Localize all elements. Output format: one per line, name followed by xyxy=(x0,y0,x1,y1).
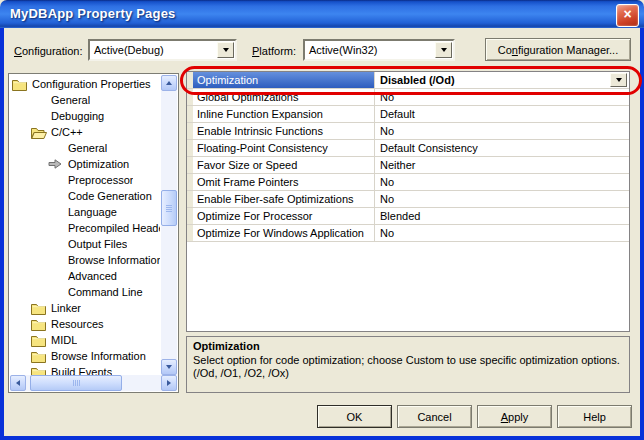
platform-combobox[interactable]: Active(Win32) xyxy=(303,39,455,61)
folder-closed-icon xyxy=(31,366,51,376)
property-value: No xyxy=(375,225,629,241)
property-name: Optimize For Processor xyxy=(193,208,375,224)
property-row-enable-fiber-safe-optimizations[interactable]: Enable Fiber-safe Optimizations No xyxy=(187,191,629,208)
folder-closed-icon xyxy=(12,78,32,91)
property-value: No xyxy=(375,89,629,105)
configuration-tree: Configuration Properties General Debuggi… xyxy=(8,73,179,393)
tree-item-configuration-properties[interactable]: Configuration Properties xyxy=(11,76,160,92)
property-value: No xyxy=(375,191,629,207)
help-button[interactable]: Help xyxy=(557,405,632,428)
property-name: Optimize For Windows Application xyxy=(193,225,375,241)
property-name: Omit Frame Pointers xyxy=(193,174,375,190)
tree-item-general[interactable]: General xyxy=(11,140,160,156)
tree-item-general[interactable]: General xyxy=(11,92,160,108)
arrow-right-icon xyxy=(167,380,171,386)
scroll-left-button[interactable] xyxy=(10,375,26,391)
window-title: MyDBApp Property Pages xyxy=(10,0,176,28)
close-button[interactable]: × xyxy=(616,4,639,27)
window-border-bottom xyxy=(0,436,644,440)
property-value: Default Consistency xyxy=(375,140,629,156)
folder-closed-icon xyxy=(31,334,51,347)
tree-item-list: Configuration Properties General Debuggi… xyxy=(11,76,160,375)
current-arrow-icon xyxy=(48,158,68,170)
arrow-left-icon xyxy=(16,380,20,386)
tree-item-language[interactable]: Language xyxy=(11,204,160,220)
property-grid: Optimization Disabled (/Od) Global Optim… xyxy=(186,71,630,332)
tree-item-c-c[interactable]: C/C++ xyxy=(11,124,160,140)
property-row-inline-function-expansion[interactable]: Inline Function Expansion Default xyxy=(187,106,629,123)
tree-item-resources[interactable]: Resources xyxy=(11,316,160,332)
ok-button[interactable]: OK xyxy=(317,405,392,428)
tree-item-command-line[interactable]: Command Line xyxy=(11,284,160,300)
tree-item-preprocessor[interactable]: Preprocessor xyxy=(11,172,160,188)
property-name: Enable Fiber-safe Optimizations xyxy=(193,191,375,207)
description-text: Select option for code optimization; cho… xyxy=(193,354,623,380)
property-name: Optimization xyxy=(193,72,375,88)
property-row-favor-size-or-speed[interactable]: Favor Size or Speed Neither xyxy=(187,157,629,174)
tree-item-browse-information[interactable]: Browse Information xyxy=(11,348,160,364)
property-row-floating-point-consistency[interactable]: Floating-Point Consistency Default Consi… xyxy=(187,140,629,157)
arrow-down-icon xyxy=(166,365,172,369)
property-row-optimize-for-windows-application[interactable]: Optimize For Windows Application No xyxy=(187,225,629,242)
property-name: Favor Size or Speed xyxy=(193,157,375,173)
platform-label: Platform: xyxy=(252,43,296,59)
configuration-combobox-value: Active(Debug) xyxy=(94,41,164,59)
configuration-manager-button[interactable]: Configuration Manager... xyxy=(485,38,631,61)
folder-closed-icon xyxy=(31,350,51,363)
configuration-combobox-dropdown-button[interactable] xyxy=(217,42,234,58)
description-panel: Optimization Select option for code opti… xyxy=(186,336,630,393)
property-row-enable-intrinsic-functions[interactable]: Enable Intrinsic Functions No xyxy=(187,123,629,140)
tree-horizontal-scrollbar[interactable] xyxy=(10,375,177,391)
property-value: No xyxy=(375,174,629,190)
property-value: Default xyxy=(375,106,629,122)
property-row-optimization[interactable]: Optimization Disabled (/Od) xyxy=(187,72,629,89)
description-title: Optimization xyxy=(193,340,623,352)
chevron-down-icon xyxy=(223,48,229,52)
platform-combobox-dropdown-button[interactable] xyxy=(435,42,452,58)
scroll-right-button[interactable] xyxy=(161,375,177,391)
tree-item-output-files[interactable]: Output Files xyxy=(11,236,160,252)
property-row-global-optimizations[interactable]: Global Optimizations No xyxy=(187,89,629,106)
property-value: Neither xyxy=(375,157,629,173)
property-name: Global Optimizations xyxy=(193,89,375,105)
tree-vertical-scrollbar[interactable] xyxy=(161,75,177,375)
close-icon: × xyxy=(623,6,631,22)
property-value: Blended xyxy=(375,208,629,224)
property-name: Enable Intrinsic Functions xyxy=(193,123,375,139)
property-name: Inline Function Expansion xyxy=(193,106,375,122)
property-row-optimize-for-processor[interactable]: Optimize For Processor Blended xyxy=(187,208,629,225)
chevron-down-icon xyxy=(441,48,447,52)
tree-item-code-generation[interactable]: Code Generation xyxy=(11,188,160,204)
apply-button[interactable]: Apply xyxy=(477,405,552,428)
window-border-left xyxy=(0,28,4,436)
tree-item-advanced[interactable]: Advanced xyxy=(11,268,160,284)
chevron-down-icon xyxy=(616,78,622,82)
dropdown-button[interactable] xyxy=(610,73,627,87)
property-value: Disabled (/Od) xyxy=(375,72,629,88)
cancel-button[interactable]: Cancel xyxy=(397,405,472,428)
configuration-combobox[interactable]: Active(Debug) xyxy=(88,39,237,61)
tree-item-precompiled-headers[interactable]: Precompiled Headers xyxy=(11,220,160,236)
platform-combobox-value: Active(Win32) xyxy=(309,41,377,59)
tree-item-browse-information[interactable]: Browse Information xyxy=(11,252,160,268)
tree-item-optimization[interactable]: Optimization xyxy=(11,156,160,172)
property-value: No xyxy=(375,123,629,139)
window-border-right xyxy=(640,28,644,436)
property-pages-dialog: MyDBApp Property Pages × Configuration: … xyxy=(0,0,644,440)
arrow-up-icon xyxy=(166,81,172,85)
tree-item-debugging[interactable]: Debugging xyxy=(11,108,160,124)
titlebar[interactable]: MyDBApp Property Pages × xyxy=(0,0,644,28)
folder-closed-icon xyxy=(31,302,51,315)
folder-closed-icon xyxy=(31,318,51,331)
scroll-down-button[interactable] xyxy=(161,359,177,375)
tree-item-midl[interactable]: MIDL xyxy=(11,332,160,348)
tree-item-build-events[interactable]: Build Events xyxy=(11,364,160,375)
vertical-scroll-thumb[interactable] xyxy=(161,190,177,226)
tree-item-linker[interactable]: Linker xyxy=(11,300,160,316)
scroll-up-button[interactable] xyxy=(161,75,177,91)
configuration-label: Configuration: xyxy=(14,43,83,59)
horizontal-scroll-thumb[interactable] xyxy=(30,375,122,391)
property-name: Floating-Point Consistency xyxy=(193,140,375,156)
folder-open-icon xyxy=(31,126,51,139)
property-row-omit-frame-pointers[interactable]: Omit Frame Pointers No xyxy=(187,174,629,191)
